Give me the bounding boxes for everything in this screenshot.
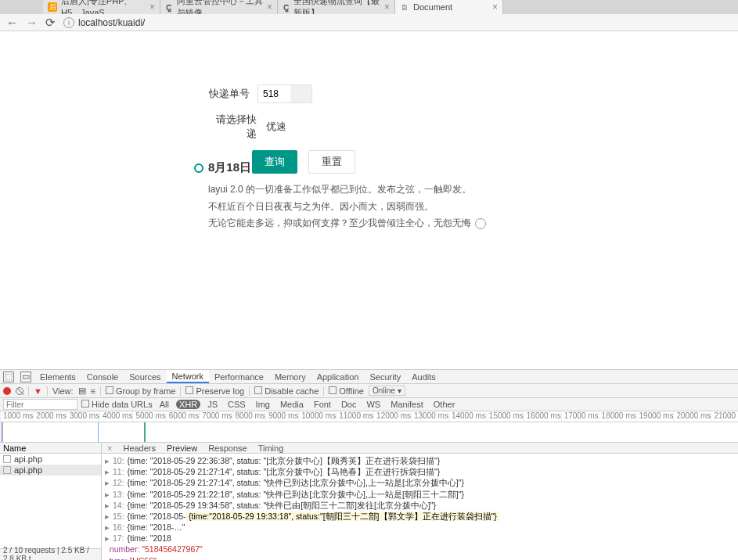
- hide-data-urls[interactable]: Hide data URLs: [81, 400, 153, 409]
- view-large-icon[interactable]: ▤: [78, 386, 86, 396]
- devtools-tab-memory[interactable]: Memory: [269, 370, 311, 383]
- view-label: View:: [52, 386, 74, 396]
- forward-button: →: [26, 16, 38, 29]
- ruler-tick: 5000 ms: [132, 411, 165, 422]
- ruler-tick: 15000 ms: [486, 411, 524, 422]
- timeline-text: layui 2.0 的一切准备工作似乎都已到位。发布之弦，一触即发。: [208, 181, 531, 199]
- filter-font[interactable]: Font: [311, 400, 334, 409]
- devtools-tab-application[interactable]: Application: [311, 370, 365, 383]
- close-icon[interactable]: ×: [149, 2, 155, 13]
- filter-ws[interactable]: WS: [363, 400, 383, 409]
- devtools-tab-sources[interactable]: Sources: [124, 370, 166, 383]
- ruler-tick: 6000 ms: [166, 411, 199, 422]
- ruler-tick: 20000 ms: [673, 411, 711, 422]
- close-icon[interactable]: ×: [492, 2, 498, 13]
- courier-label: 请选择快递: [207, 113, 257, 141]
- filter-img[interactable]: Img: [253, 400, 273, 409]
- devtools-tab-elements[interactable]: Elements: [34, 370, 81, 383]
- inspect-icon[interactable]: ⬚: [3, 372, 14, 382]
- devtools-tab-audits[interactable]: Audits: [406, 370, 441, 383]
- filter-other[interactable]: Other: [430, 400, 459, 409]
- group-by-frame[interactable]: Group by frame: [106, 386, 175, 396]
- tracking-number-label: 快递单号: [207, 87, 250, 101]
- ruler-tick: 2000 ms: [33, 411, 66, 422]
- browser-tabstrip: 后 后盾人|专注PHP、H5、JavaS… × C͍ 阿里云管控中心－工具与镜像…: [0, 0, 738, 14]
- back-button[interactable]: ←: [6, 16, 18, 29]
- filter-doc[interactable]: Doc: [338, 400, 360, 409]
- ruler-tick: 21000 ms: [711, 411, 738, 422]
- network-filterbar: Hide data URLs All XHR JS CSS Img Media …: [0, 398, 738, 411]
- ruler-tick: 14000 ms: [448, 411, 486, 422]
- response-preview[interactable]: ▸10:{time: "2018-05-29 22:36:38", status…: [102, 454, 738, 560]
- devtools: ⬚ ▭ Elements Console Sources Network Per…: [0, 369, 738, 560]
- courier-select[interactable]: 优速: [265, 120, 286, 134]
- reload-button[interactable]: ⟳: [45, 16, 56, 30]
- response-tab[interactable]: Response: [203, 443, 253, 453]
- request-list-panel: Name api.php api.php 2 / 10 requests | 2…: [0, 443, 102, 560]
- preview-tab[interactable]: Preview: [161, 443, 203, 453]
- close-icon[interactable]: ×: [384, 2, 390, 13]
- filter-input[interactable]: [3, 399, 77, 410]
- ruler-tick: 3000 ms: [67, 411, 99, 422]
- file-icon: [3, 466, 11, 474]
- network-toolbar: ▼ View: ▤ ≡ Group by frame Preserve log …: [0, 384, 738, 398]
- request-row[interactable]: api.php: [0, 465, 101, 476]
- ruler-tick: 11000 ms: [336, 411, 373, 422]
- tracking-number-input[interactable]: [257, 84, 312, 103]
- ruler-tick: 4000 ms: [99, 411, 132, 422]
- devtools-tab-network[interactable]: Network: [167, 370, 209, 383]
- name-column-header[interactable]: Name: [0, 443, 101, 454]
- devtools-tab-performance[interactable]: Performance: [209, 370, 269, 383]
- network-summary: 2 / 10 requests | 2.5 KB / 2.8 KB t…: [0, 548, 101, 560]
- ruler-tick: 1000 ms: [0, 411, 33, 422]
- timeline-date: 8月18日: [208, 160, 251, 175]
- view-small-icon[interactable]: ≡: [91, 386, 95, 396]
- device-icon[interactable]: ▭: [20, 372, 31, 382]
- ruler-tick: 16000 ms: [524, 411, 561, 422]
- tab-title: Document: [413, 2, 452, 12]
- filter-icon[interactable]: ▼: [34, 386, 42, 396]
- preserve-log[interactable]: Preserve log: [185, 386, 244, 396]
- request-row[interactable]: api.php: [0, 454, 101, 465]
- timeline-text: 不枉近百个日日夜夜与之为伴。因小而大，因弱而强。: [208, 199, 531, 216]
- filter-all[interactable]: All: [157, 400, 172, 409]
- ruler-tick: 9000 ms: [265, 411, 298, 422]
- filter-xhr[interactable]: XHR: [176, 400, 200, 409]
- ruler-tick: 8000 ms: [232, 411, 265, 422]
- ruler-tick: 17000 ms: [561, 411, 599, 422]
- ruler-tick: 10000 ms: [298, 411, 336, 422]
- throttling-select[interactable]: Online ▾: [369, 386, 405, 396]
- devtools-tab-security[interactable]: Security: [364, 370, 406, 383]
- ruler-tick: 13000 ms: [411, 411, 448, 422]
- close-icon[interactable]: ×: [267, 2, 272, 13]
- disable-cache[interactable]: Disable cache: [254, 386, 319, 396]
- ruler-tick: 7000 ms: [199, 411, 232, 422]
- url-text: localhost/kuaidi/: [78, 17, 145, 28]
- browser-tab-1[interactable]: C͍ 阿里云管控中心－工具与镜像 ×: [160, 0, 278, 14]
- favicon-icon: 后: [48, 2, 57, 12]
- devtools-tabbar: ⬚ ▭ Elements Console Sources Network Per…: [0, 370, 738, 384]
- page-content: 快递单号 请选择快递 优速 查询 重置 8月18日 layui 2.0 的一切准…: [0, 31, 738, 369]
- record-icon[interactable]: [3, 387, 11, 395]
- ruler-tick: 19000 ms: [636, 411, 674, 422]
- headers-tab[interactable]: Headers: [117, 443, 161, 453]
- browser-tab-0[interactable]: 后 后盾人|专注PHP、H5、JavaS… ×: [43, 0, 160, 14]
- request-detail-panel: × Headers Preview Response Timing ▸10:{t…: [102, 443, 738, 560]
- timing-tab[interactable]: Timing: [253, 443, 290, 453]
- browser-tab-2[interactable]: C͍ 全国快递物流查询【最新版】… ×: [278, 0, 395, 14]
- url-box[interactable]: i localhost/kuaidi/: [63, 17, 732, 28]
- filter-css[interactable]: CSS: [225, 400, 249, 409]
- address-bar: ← → ⟳ i localhost/kuaidi/: [0, 14, 738, 31]
- offline-toggle[interactable]: Offline: [329, 386, 364, 396]
- close-panel-icon[interactable]: ×: [102, 443, 117, 453]
- filter-js[interactable]: JS: [204, 400, 221, 409]
- waterfall-overview[interactable]: [0, 422, 738, 443]
- browser-tab-3[interactable]: 🗎 Document ×: [395, 0, 503, 14]
- filter-media[interactable]: Media: [277, 400, 307, 409]
- filter-manifest[interactable]: Manifest: [387, 400, 427, 409]
- devtools-tab-console[interactable]: Console: [81, 370, 124, 383]
- info-icon[interactable]: i: [63, 17, 74, 28]
- timeline-text: 无论它能走多远，抑或如何支撑？至少我曾倾注全心，无怨无悔: [208, 215, 531, 232]
- timeline-ruler: 1000 ms2000 ms3000 ms4000 ms5000 ms6000 …: [0, 411, 738, 422]
- clear-icon[interactable]: [16, 387, 23, 395]
